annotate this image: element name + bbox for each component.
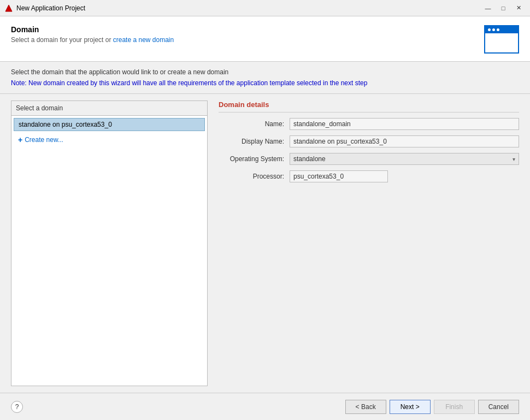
- processor-label: Processor:: [219, 173, 290, 180]
- processor-input[interactable]: [290, 170, 388, 182]
- domain-list-item[interactable]: standalone on psu_cortexa53_0: [14, 118, 205, 131]
- window-title: New Application Project: [16, 4, 481, 12]
- plus-icon: +: [18, 135, 22, 144]
- back-button[interactable]: < Back: [345, 400, 386, 414]
- name-input[interactable]: [290, 118, 519, 130]
- dot1: [488, 28, 491, 31]
- cancel-button[interactable]: Cancel: [478, 400, 519, 414]
- close-button[interactable]: ✕: [511, 3, 526, 14]
- title-bar: New Application Project — □ ✕: [0, 0, 530, 16]
- chevron-down-icon: ▾: [513, 156, 515, 162]
- dot3: [497, 28, 499, 31]
- svg-marker-0: [5, 5, 12, 11]
- left-panel-header: Select a domain: [11, 101, 207, 116]
- name-label: Name:: [219, 120, 290, 128]
- os-select[interactable]: standalone ▾: [290, 153, 519, 165]
- os-value: standalone: [293, 155, 513, 163]
- dot2: [492, 28, 495, 31]
- header-icon-box: [484, 25, 519, 54]
- minimize-button[interactable]: —: [481, 3, 495, 14]
- display-name-label: Display Name:: [219, 138, 290, 145]
- display-name-input[interactable]: [290, 135, 519, 147]
- info-line1: Select the domain that the application w…: [11, 68, 519, 76]
- dialog-header: Domain Select a domain for your project …: [0, 16, 530, 62]
- header-icon-dots: [485, 26, 518, 33]
- create-new-label: Create new...: [25, 136, 63, 144]
- left-panel: Select a domain standalone on psu_cortex…: [11, 100, 208, 386]
- display-name-row: Display Name:: [219, 135, 519, 147]
- create-new-button[interactable]: + Create new...: [14, 133, 68, 146]
- processor-row: Processor:: [219, 170, 519, 182]
- subtitle-link[interactable]: create a new domain: [113, 36, 174, 44]
- app-icon: [4, 4, 13, 13]
- dialog-footer: ? < Back Next > Finish Cancel: [0, 393, 530, 420]
- os-label: Operating System:: [219, 155, 290, 163]
- info-line2: Note: New domain created by this wizard …: [11, 79, 519, 87]
- dialog-content: Select a domain standalone on psu_cortex…: [0, 94, 530, 393]
- domain-details-title: Domain details: [219, 100, 519, 113]
- right-panel: Domain details Name: Display Name: Opera…: [219, 100, 519, 386]
- finish-button: Finish: [434, 400, 475, 414]
- window-controls: — □ ✕: [481, 3, 526, 14]
- next-button[interactable]: Next >: [390, 400, 431, 414]
- name-row: Name:: [219, 118, 519, 130]
- header-title: Domain: [11, 25, 174, 34]
- subtitle-prefix: Select a domain for your project or: [11, 36, 113, 44]
- dialog-info: Select the domain that the application w…: [0, 62, 530, 94]
- header-subtitle: Select a domain for your project or crea…: [11, 36, 174, 44]
- maximize-button[interactable]: □: [496, 3, 510, 14]
- dialog: Domain Select a domain for your project …: [0, 16, 530, 420]
- os-row: Operating System: standalone ▾: [219, 153, 519, 165]
- left-panel-body: standalone on psu_cortexa53_0 + Create n…: [11, 116, 207, 386]
- header-text: Domain Select a domain for your project …: [11, 25, 174, 44]
- help-button[interactable]: ?: [11, 401, 23, 413]
